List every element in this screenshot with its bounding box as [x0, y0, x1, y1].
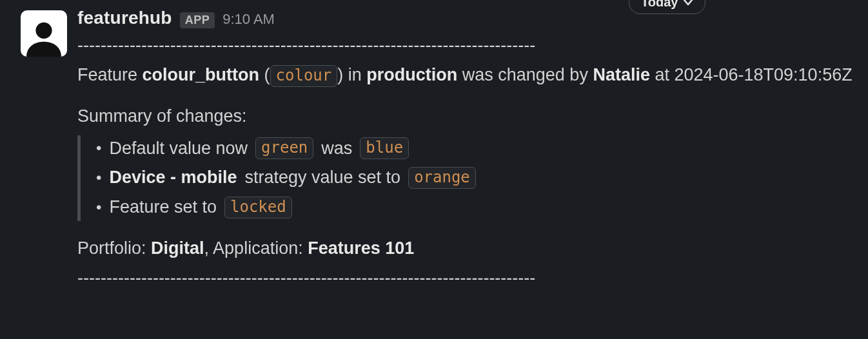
- summary-title: Summary of changes:: [77, 103, 853, 130]
- value-code: green: [255, 137, 313, 159]
- value-code: orange: [408, 167, 476, 189]
- divider-bottom: ----------------------------------------…: [77, 265, 853, 292]
- change-row: • Feature set to locked: [96, 194, 853, 221]
- portfolio-application-line: Portfolio: Digital, Application: Feature…: [77, 235, 853, 262]
- message: featurehub APP 9:10 AM -----------------…: [21, 6, 853, 295]
- divider-top: ----------------------------------------…: [77, 32, 853, 59]
- timestamp-text: at 2024-06-18T09:10:56Z: [650, 65, 853, 84]
- text: (: [259, 65, 270, 84]
- date-separator-label: Today: [641, 0, 678, 8]
- date-separator-pill[interactable]: Today: [629, 0, 705, 14]
- text: strategy value set to: [244, 164, 400, 191]
- bullet-icon: •: [96, 200, 101, 215]
- sender-name[interactable]: featurehub: [77, 8, 172, 28]
- svg-point-0: [35, 23, 52, 39]
- message-content: featurehub APP 9:10 AM -----------------…: [77, 6, 853, 295]
- bullet-icon: •: [96, 140, 101, 156]
- text: Portfolio:: [77, 238, 151, 258]
- chevron-down-icon: [683, 0, 693, 9]
- value-code: locked: [224, 197, 292, 218]
- app-badge: APP: [180, 12, 215, 28]
- portfolio-name: Digital: [151, 238, 204, 258]
- environment-name: production: [366, 65, 457, 84]
- text: was: [321, 135, 352, 162]
- feature-type-code: colour: [270, 65, 338, 87]
- message-time[interactable]: 9:10 AM: [222, 11, 275, 28]
- text: was changed by: [457, 65, 593, 84]
- application-name: Features 101: [308, 238, 414, 258]
- avatar[interactable]: [21, 10, 67, 57]
- text: Feature set to: [109, 194, 217, 221]
- bullet-icon: •: [96, 170, 101, 186]
- text: Default value now: [109, 135, 248, 162]
- change-row: • Device - mobile strategy value set to …: [96, 164, 853, 191]
- strategy-name: Device - mobile: [109, 164, 237, 191]
- user-name: Natalie: [593, 65, 650, 84]
- value-code: blue: [360, 137, 409, 159]
- text: , Application:: [204, 238, 308, 258]
- text: Feature: [77, 65, 143, 84]
- person-icon: [24, 17, 64, 57]
- message-body: ----------------------------------------…: [77, 32, 853, 292]
- change-row: • Default value now green was blue: [96, 135, 853, 162]
- feature-name: colour_button: [143, 65, 259, 84]
- text: ) in: [337, 65, 366, 84]
- change-summary-line: Feature colour_button (colour) in produc…: [77, 62, 853, 89]
- message-header: featurehub APP 9:10 AM: [77, 8, 853, 28]
- changes-quote-block: • Default value now green was blue • Dev…: [77, 135, 853, 222]
